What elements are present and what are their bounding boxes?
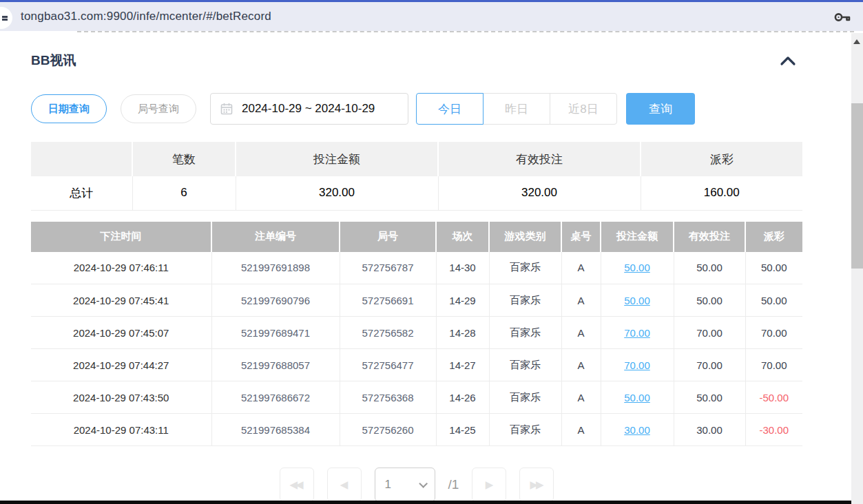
cell-session: 14-25: [436, 414, 489, 446]
cell-session: 14-26: [436, 381, 489, 414]
cell-bet-no: 521997690796: [211, 284, 340, 317]
cell-valid-bet: 50.00: [674, 252, 745, 284]
col-header-valid-bet: 有效投注: [674, 222, 745, 252]
date-query-tab[interactable]: 日期查询: [31, 94, 107, 123]
url-text[interactable]: tongbao31.com:9900/infe/mcenter/#/betRec…: [21, 10, 271, 23]
cell-payout: 70.00: [745, 317, 802, 349]
cell-payout: 70.00: [745, 349, 802, 381]
summary-header-count: 笔数: [132, 142, 236, 176]
bet-amount-link[interactable]: 50.00: [624, 262, 650, 273]
table-row: 2024-10-29 07:43:11 521997685384 5727562…: [31, 414, 802, 446]
first-page-button[interactable]: ◀◀: [280, 468, 314, 502]
cell-payout: -30.00: [745, 414, 802, 446]
bet-amount-link[interactable]: 70.00: [624, 359, 650, 371]
table-row: 2024-10-29 07:44:27 521997688057 5727564…: [31, 349, 802, 381]
summary-header-blank: [31, 142, 132, 176]
cell-valid-bet: 30.00: [674, 414, 745, 446]
cell-valid-bet: 70.00: [674, 317, 745, 349]
cell-bet-no: 521997685384: [211, 414, 340, 446]
cell-round-no: 572756787: [340, 252, 436, 284]
cell-round-no: 572756477: [340, 349, 436, 381]
calendar-icon: [220, 103, 233, 115]
col-header-bet-amount: 投注金额: [601, 222, 674, 252]
cell-payout: -50.00: [745, 381, 802, 414]
round-query-tab[interactable]: 局号查询: [121, 94, 196, 123]
cell-game-type: 百家乐: [489, 252, 561, 284]
next-page-button[interactable]: ▶: [472, 468, 506, 502]
search-button[interactable]: 查询: [626, 93, 695, 125]
summary-total-count: 6: [132, 176, 236, 210]
collapse-chevron-up-icon[interactable]: [779, 54, 797, 67]
cell-bet-no: 521997686672: [211, 381, 340, 414]
summary-header-row: 笔数 投注金额 有效投注 派彩: [31, 142, 802, 176]
cell-payout: 50.00: [745, 252, 802, 284]
cell-round-no: 572756260: [340, 414, 436, 446]
table-header-row: 下注时间 注单编号 局号 场次 游戏类别 桌号 投注金额 有效投注 派彩: [31, 222, 802, 252]
filter-toolbar: 日期查询 局号查询 2024-10-29 ~ 2024-10-29 今日: [31, 93, 802, 125]
cell-table-no: A: [561, 381, 601, 414]
section-title: BB视讯: [31, 52, 76, 70]
cell-table-no: A: [561, 349, 601, 381]
summary-header-payout: 派彩: [641, 142, 802, 176]
col-header-bet-time: 下注时间: [31, 222, 211, 252]
cell-round-no: 572756368: [340, 381, 436, 414]
bet-records-table: 下注时间 注单编号 局号 场次 游戏类别 桌号 投注金额 有效投注 派彩 202…: [31, 222, 802, 447]
col-header-bet-no: 注单编号: [211, 222, 340, 252]
cell-bet-no: 521997689471: [211, 317, 340, 349]
cell-bet-time: 2024-10-29 07:46:11: [31, 252, 211, 284]
date-range-value: 2024-10-29 ~ 2024-10-29: [242, 102, 375, 116]
prev-page-button[interactable]: ◀: [327, 468, 362, 502]
cell-session: 14-28: [436, 317, 489, 349]
cell-valid-bet: 50.00: [674, 284, 745, 317]
browser-bar: tongbao31.com:9900/infe/mcenter/#/betRec…: [0, 0, 863, 31]
cell-bet-time: 2024-10-29 07:43:50: [31, 381, 211, 414]
cell-table-no: A: [561, 414, 601, 446]
summary-table: 笔数 投注金额 有效投注 派彩 总计 6 320.00 320.00 160.0…: [31, 142, 802, 211]
table-row: 2024-10-29 07:45:07 521997689471 5727565…: [31, 317, 802, 349]
bet-amount-link[interactable]: 50.00: [624, 392, 650, 403]
cell-round-no: 572756582: [340, 317, 436, 349]
cell-bet-time: 2024-10-29 07:43:11: [31, 414, 211, 446]
window-bottom-edge: [0, 501, 851, 504]
summary-total-payout: 160.00: [641, 176, 802, 210]
chevron-down-icon: [419, 479, 428, 488]
last-page-button[interactable]: ▶▶: [519, 468, 554, 502]
date-range-input[interactable]: 2024-10-29 ~ 2024-10-29: [210, 93, 408, 125]
table-row: 2024-10-29 07:43:50 521997686672 5727563…: [31, 381, 802, 414]
quick-range-group: 今日 昨日 近8日: [416, 93, 617, 125]
cell-round-no: 572756691: [340, 284, 436, 317]
dashed-divider: [77, 31, 854, 32]
cell-game-type: 百家乐: [489, 284, 561, 317]
page-select[interactable]: 1: [375, 468, 435, 502]
cell-table-no: A: [561, 284, 601, 317]
col-header-payout: 派彩: [745, 222, 802, 252]
bet-amount-link[interactable]: 50.00: [624, 295, 650, 306]
vertical-scrollbar[interactable]: [851, 33, 863, 504]
cell-game-type: 百家乐: [489, 317, 561, 349]
cell-session: 14-30: [436, 252, 489, 284]
summary-total-bet-amount: 320.00: [236, 176, 438, 210]
cell-bet-time: 2024-10-29 07:45:07: [31, 317, 211, 349]
page-select-value: 1: [385, 478, 391, 492]
range-yesterday-button[interactable]: 昨日: [483, 93, 550, 125]
summary-total-valid-bet: 320.00: [438, 176, 641, 210]
col-header-table-no: 桌号: [561, 222, 601, 252]
key-icon[interactable]: [833, 10, 851, 28]
bet-record-panel: BB视讯 日期查询 局号查询: [31, 52, 802, 502]
cell-table-no: A: [561, 317, 601, 349]
cell-bet-no: 521997688057: [211, 349, 340, 381]
bet-amount-link[interactable]: 70.00: [624, 327, 650, 339]
site-info-icon[interactable]: [0, 7, 12, 29]
cell-valid-bet: 70.00: [674, 349, 745, 381]
range-last8days-button[interactable]: 近8日: [550, 93, 617, 125]
scrollbar-up-arrow-icon[interactable]: [853, 39, 860, 44]
bet-amount-link[interactable]: 30.00: [624, 424, 650, 436]
scrollbar-thumb[interactable]: [851, 103, 863, 269]
section-header: BB视讯: [31, 52, 802, 70]
range-today-button[interactable]: 今日: [416, 93, 484, 125]
cell-bet-time: 2024-10-29 07:45:41: [31, 284, 211, 317]
cell-session: 14-27: [436, 349, 489, 381]
cell-valid-bet: 50.00: [674, 381, 745, 414]
cell-session: 14-29: [436, 284, 489, 317]
total-pages-label: /1: [448, 477, 459, 492]
